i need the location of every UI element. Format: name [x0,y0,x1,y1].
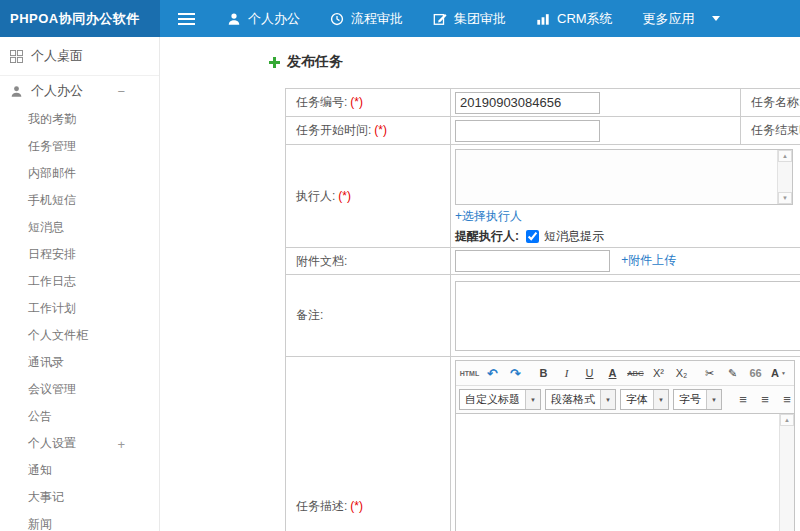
editor-tool-button[interactable]: A [602,363,623,383]
rich-text-editor: HTML ↶ ↷ B I U [455,360,795,531]
dropdown-label: 字号 [674,390,706,409]
sidebar-item[interactable]: 日程安排 [0,241,159,268]
person-icon [10,85,23,98]
select-executor-link[interactable]: +选择执行人 [455,209,522,223]
dropdown-label: 自定义标题 [460,390,525,409]
scroll-down-icon[interactable]: ▼ [778,192,792,204]
sidebar-item-label: 我的考勤 [28,112,76,126]
sidebar-item-label: 手机短信 [28,193,76,207]
editor-tool-button[interactable]: ABC [625,363,646,383]
start-time-input[interactable] [455,120,600,142]
editor-tool-button[interactable]: ✂ [699,363,720,383]
remark-textarea[interactable] [455,281,800,351]
top-menu: 个人办公 流程审批 集团审批 CRM系统 更多应用 [212,0,735,37]
add-icon [268,56,281,69]
sidebar-item-label: 内部邮件 [28,166,76,180]
sidebar-item-label: 会议管理 [28,382,76,396]
field-label: 备注: [296,308,323,322]
executor-textarea[interactable]: ▲ ▼ [455,149,793,205]
nav-personal-office[interactable]: 个人办公 [212,0,315,37]
align-left-icon[interactable]: ≡ [733,390,753,409]
sidebar-item[interactable]: 公告 [0,403,159,430]
sidebar-item[interactable]: 大事记 [0,484,159,511]
sidebar-item-label: 个人桌面 [31,47,83,65]
scrollbar[interactable]: ▲ ▼ [777,150,792,204]
attachment-upload-link[interactable]: +附件上传 [621,253,676,267]
editor-tool-button[interactable]: A [768,363,789,383]
editor-tool-button[interactable]: ✎ [722,363,743,383]
edit-icon [433,12,447,26]
clock-icon [330,12,344,26]
editor-tool-button[interactable]: B [533,363,554,383]
sidebar-item-label: 短消息 [28,220,64,234]
sidebar-item-label: 公告 [28,409,52,423]
align-center-icon[interactable]: ≡ [755,390,775,409]
sidebar-item[interactable]: 通知 [0,457,159,484]
scroll-up-icon[interactable]: ▲ [778,150,792,162]
align-buttons: ≡ ≡ ≡ [732,390,798,409]
sidebar-item-label: 工作计划 [28,301,76,315]
required-mark: (*) [338,189,351,203]
sidebar-item-label: 任务管理 [28,139,76,153]
person-icon [227,12,241,26]
field-label: 任务名称: [751,95,800,109]
sidebar-section-label: 个人办公 [31,82,83,100]
sidebar-section-personal-office[interactable]: 个人办公 − [0,76,159,106]
sidebar-item[interactable]: 新闻 [0,511,159,531]
sidebar-item-settings[interactable]: 个人设置 + [0,430,159,457]
field-label: 执行人: [296,189,335,203]
editor-tool-button[interactable]: I [556,363,577,383]
task-no-label-cell: 任务编号:(*) [286,89,451,117]
sidebar-item[interactable]: 会议管理 [0,376,159,403]
scroll-up-icon[interactable]: ▲ [780,414,794,426]
top-navbar: PHPOA协同办公软件 个人办公 流程审批 集团审批 CRM系统 更多应用 [0,0,800,37]
attachment-input[interactable] [455,250,610,272]
nav-more-apps[interactable]: 更多应用 [628,0,735,37]
end-time-label-cell: 任务结束时间:(*) [741,117,800,145]
nav-process-approval[interactable]: 流程审批 [315,0,418,37]
editor-toolbar-row2: 自定义标题 ▼ 段落格式 ▼ [456,386,794,414]
field-label: 附件文档: [296,254,347,268]
align-right-icon[interactable]: ≡ [777,390,797,409]
nav-crm-system[interactable]: CRM系统 [521,0,628,37]
editor-tool-button[interactable]: ↷ [505,363,526,383]
sidebar-item[interactable]: 工作日志 [0,268,159,295]
required-mark: (*) [350,95,363,109]
sidebar-item-label: 个人文件柜 [28,328,88,342]
editor-content-area[interactable]: ▲ [456,414,794,531]
sidebar-item[interactable]: 我的考勤 [0,106,159,133]
task-no-input[interactable] [455,92,600,114]
sidebar-item[interactable]: 内部邮件 [0,160,159,187]
editor-dropdown[interactable]: 自定义标题 ▼ [459,389,541,410]
editor-tool-button[interactable]: 66 [745,363,766,383]
sidebar: 个人桌面 个人办公 − 我的考勤 任务管理 内部邮件 [0,37,160,531]
field-label: 任务编号: [296,95,347,109]
editor-dropdown[interactable]: 段落格式 ▼ [545,389,616,410]
editor-tool-button[interactable]: X² [648,363,669,383]
remind-label: 提醒执行人: [455,228,519,245]
sms-checkbox[interactable] [526,230,539,243]
chevron-down-icon [712,16,720,21]
nav-label: CRM系统 [557,10,613,28]
nav-label: 更多应用 [643,10,695,28]
nav-group-approval[interactable]: 集团审批 [418,0,521,37]
editor-dropdown[interactable]: 字号 ▼ [673,389,722,410]
sidebar-item[interactable]: 个人文件柜 [0,322,159,349]
editor-tool-button[interactable]: HTML [459,363,480,383]
sidebar-item-desktop[interactable]: 个人桌面 [0,37,159,76]
editor-dropdown[interactable]: 字体 ▼ [620,389,669,410]
desktop-grid-icon [10,50,23,63]
menu-toggle-icon[interactable] [160,0,212,37]
sidebar-item-label: 日程安排 [28,247,76,261]
editor-tool-button[interactable]: U [579,363,600,383]
editor-tool-button[interactable]: ↶ [482,363,503,383]
sidebar-item[interactable]: 工作计划 [0,295,159,322]
editor-tool-button[interactable]: X₂ [671,363,692,383]
scrollbar[interactable]: ▲ [779,414,794,531]
collapse-toggle-icon[interactable]: − [117,84,125,99]
sidebar-item[interactable]: 通讯录 [0,349,159,376]
sidebar-item[interactable]: 短消息 [0,214,159,241]
sidebar-item[interactable]: 任务管理 [0,133,159,160]
expand-toggle-icon[interactable]: + [117,430,125,457]
sidebar-item[interactable]: 手机短信 [0,187,159,214]
